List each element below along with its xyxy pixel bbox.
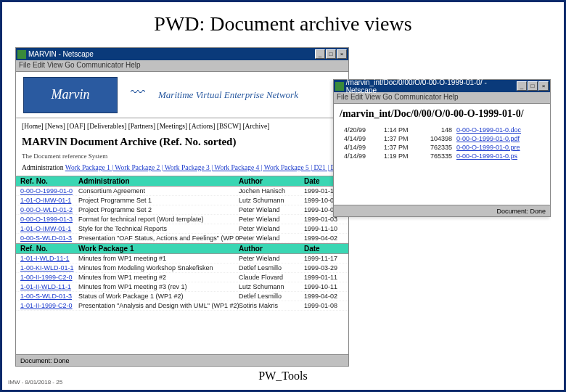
- ref-link[interactable]: 0-00-S-WLD-01-3: [20, 234, 78, 242]
- archive-heading: MARVIN Document Archive (Ref. No. sorted…: [16, 134, 348, 152]
- doc-date: 1999-04-02: [304, 234, 344, 242]
- ref-link[interactable]: 1-01-II-1999-C2-0: [20, 302, 78, 309]
- doc-author: Peter Wieland: [239, 234, 304, 242]
- slide-title: PWD: Document archive views: [2, 2, 564, 43]
- col-author: Author: [239, 177, 304, 185]
- table-row[interactable]: 1-01-II-WLD-11-1Minutes from WP1 meeting…: [16, 282, 348, 292]
- file-time: 1:14 PM: [384, 126, 420, 134]
- ref-link[interactable]: 1-00-II-1999-C2-0: [20, 274, 78, 281]
- ref-link[interactable]: 0-00-O-1999-01-0: [20, 187, 78, 195]
- doc-author: Claude Flovard: [239, 274, 304, 281]
- close-button[interactable]: ×: [538, 81, 549, 91]
- doc-author: Sotiris Makris: [239, 302, 304, 309]
- doc-title: Presentation "Analysis and Design with U…: [78, 302, 239, 309]
- doc-title: Style for the Technical Reports: [78, 225, 239, 232]
- dir-window-title: /marvin_int/Doc/0/00/O/0-00-O-1999-01-0/…: [346, 78, 517, 94]
- maximize-button[interactable]: □: [326, 49, 336, 59]
- netscape-icon: [335, 82, 344, 91]
- dir-menubar[interactable]: File Edit View Go Communicator Help: [334, 92, 550, 104]
- minimize-button[interactable]: _: [517, 81, 527, 91]
- doc-title: Consortium Agreement: [78, 187, 239, 195]
- ref-link[interactable]: 1-00-KI-WLD-01-1: [20, 264, 78, 271]
- doc-title: Project Programme Set 1: [78, 197, 239, 204]
- doc-date: 1999-11-17: [304, 255, 344, 262]
- table-row[interactable]: 1-00-KI-WLD-01-1Minutes from Modeling Wo…: [16, 264, 348, 273]
- bird-icon: 〰: [123, 84, 152, 106]
- table-row[interactable]: 0-00-O-1999-01-3Format for technical rep…: [16, 215, 348, 224]
- file-row[interactable]: 4/20/991:14 PM1480-00-O-1999-01-0.doc: [344, 126, 543, 134]
- ref-link[interactable]: 1-01-II-WLD-11-1: [20, 283, 78, 290]
- col-title: Administration: [78, 177, 239, 185]
- main-browser-window: MARVIN - Netscape _ □ × File Edit View G…: [15, 47, 349, 367]
- table-row[interactable]: 1-01-O-IMW-01-1Project Programme Set 1Lu…: [16, 196, 348, 205]
- section-wp1-header: Ref. No. Work Package 1 Author Date: [16, 243, 348, 254]
- table-row[interactable]: 0-00-O-WLD-01-2Project Programme Set 2Pe…: [16, 205, 348, 215]
- ref-link[interactable]: 0-00-O-1999-01-3: [20, 216, 78, 223]
- doc-date: 1999-01-08: [304, 302, 344, 309]
- doc-date: 1999-11-10: [304, 225, 344, 232]
- doc-date: 1999-01-11: [304, 274, 344, 281]
- doc-author: Lutz Schumann: [239, 283, 304, 290]
- file-link[interactable]: 0-00-O-1999-01-0.ps: [456, 152, 543, 160]
- file-row[interactable]: 4/14/991:37 PM1043980-00-O-1999-01-0.pdf: [344, 134, 543, 143]
- file-row[interactable]: 4/14/991:37 PM7623350-00-O-1999-01-0.pre: [344, 143, 543, 152]
- directory-window: /marvin_int/Doc/0/00/O/0-00-O-1999-01-0/…: [333, 79, 551, 217]
- ref-link[interactable]: 1-01-I-WLD-11-1: [20, 255, 78, 262]
- status-text: Document: Done: [20, 357, 70, 364]
- ref-link[interactable]: 1-00-S-WLD-01-3: [20, 293, 78, 300]
- ref-link[interactable]: 1-01-O-IMW-01-1: [20, 225, 78, 232]
- main-titlebar[interactable]: MARVIN - Netscape _ □ ×: [16, 48, 348, 60]
- doc-author: Detlef Lesmillo: [239, 264, 304, 271]
- file-size: 765335: [420, 152, 456, 160]
- logo-area: Marvin 〰 Maritime Virtual Enterprise Net…: [16, 72, 348, 118]
- status-text: Document: Done: [496, 208, 546, 215]
- main-statusbar: Document: Done: [16, 354, 348, 366]
- table-row[interactable]: 1-01-O-IMW-01-1Style for the Technical R…: [16, 224, 348, 234]
- maximize-button[interactable]: □: [528, 81, 538, 91]
- file-row[interactable]: 4/14/991:19 PM7653350-00-O-1999-01-0.ps: [344, 152, 543, 160]
- archive-subtext: The Document reference System: [16, 152, 348, 163]
- marvin-logo: Marvin: [23, 77, 118, 113]
- minimize-button[interactable]: _: [315, 49, 325, 59]
- table-row[interactable]: 1-00-S-WLD-01-3Status of Work Package 1 …: [16, 292, 348, 301]
- dir-titlebar[interactable]: /marvin_int/Doc/0/00/O/0-00-O-1999-01-0/…: [334, 80, 550, 92]
- main-window-title: MARVIN - Netscape: [28, 50, 94, 58]
- netscape-icon: [17, 50, 26, 59]
- table-row[interactable]: 1-01-II-1999-C2-0Presentation "Analysis …: [16, 301, 348, 311]
- ref-link[interactable]: 0-00-O-WLD-01-2: [20, 206, 78, 213]
- slide: PWD: Document archive views MARVIN - Net…: [0, 0, 566, 392]
- file-list: 4/20/991:14 PM1480-00-O-1999-01-0.doc4/1…: [334, 120, 550, 163]
- doc-date: 1999-03-29: [304, 264, 344, 271]
- package-links[interactable]: Administration Work Package 1 | Work Pac…: [16, 163, 348, 176]
- file-size: 104398: [420, 135, 456, 142]
- file-link[interactable]: 0-00-O-1999-01-0.pdf: [456, 135, 543, 142]
- table-row[interactable]: 0-00-S-WLD-01-3Presentation "OAF Status,…: [16, 234, 348, 243]
- doc-title: Minutes from Modeling Workshop Snakefisk…: [78, 264, 239, 271]
- col-date: Date: [304, 245, 344, 253]
- table-row[interactable]: 0-00-O-1999-01-0Consortium AgreementJoch…: [16, 187, 348, 196]
- file-date: 4/20/99: [344, 126, 384, 134]
- file-date: 4/14/99: [344, 144, 384, 151]
- close-button[interactable]: ×: [337, 49, 347, 59]
- file-link[interactable]: 0-00-O-1999-01-0.pre: [456, 144, 543, 151]
- file-size: 148: [420, 126, 456, 134]
- doc-author: Peter Wieland: [239, 225, 304, 232]
- doc-date: 1999-04-02: [304, 293, 344, 300]
- top-nav-links[interactable]: [Home] [News] [OAF] [Deliverables] [Part…: [16, 118, 348, 134]
- file-size: 762335: [420, 144, 456, 151]
- tagline: Maritime Virtual Enterprise Network: [158, 89, 298, 101]
- file-time: 1:19 PM: [384, 152, 420, 160]
- table-row[interactable]: 1-01-I-WLD-11-1Minutes from WP1 meeting …: [16, 254, 348, 264]
- file-link[interactable]: 0-00-O-1999-01-0.doc: [456, 126, 543, 134]
- main-menubar[interactable]: File Edit View Go Communicator Help: [16, 60, 348, 72]
- file-time: 1:37 PM: [384, 144, 420, 151]
- pkg-admin[interactable]: Administration: [22, 164, 64, 171]
- directory-path: /marvin_int/Doc/0/00/O/0-00-O-1999-01-0/: [334, 104, 550, 120]
- ref-link[interactable]: 1-01-O-IMW-01-1: [20, 197, 78, 204]
- table-row[interactable]: 1-00-II-1999-C2-0Minutes from WP1 meetin…: [16, 273, 348, 282]
- pkg-rest[interactable]: Work Package 1 | Work Package 2 | Work P…: [65, 164, 339, 171]
- col-refno: Ref. No.: [20, 177, 78, 185]
- file-date: 4/14/99: [344, 152, 384, 160]
- file-time: 1:37 PM: [384, 135, 420, 142]
- doc-author: Peter Wieland: [239, 206, 304, 213]
